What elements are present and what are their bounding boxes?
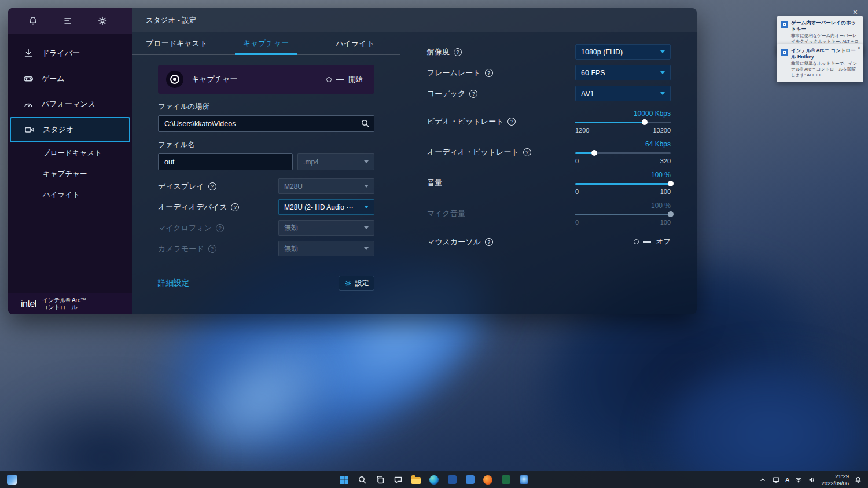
resolution-select[interactable]: 1080p (FHD) <box>575 44 671 60</box>
help-icon[interactable]: ? <box>523 148 531 156</box>
frame-rate-select[interactable]: 60 FPS <box>575 65 671 80</box>
help-icon[interactable]: ? <box>454 48 462 56</box>
close-icon[interactable]: × <box>858 45 860 51</box>
taskbar-time: 21:29 <box>821 473 849 479</box>
slider-min: 1200 <box>575 127 589 134</box>
codec-select[interactable]: AV1 <box>575 86 671 101</box>
app-icon <box>466 475 475 484</box>
edge-button[interactable] <box>428 474 440 486</box>
file-name-wrap: .mp4 <box>158 153 374 170</box>
settings-button[interactable]: 設定 <box>339 276 374 291</box>
display-select[interactable]: M28U <box>278 178 374 194</box>
sidebar-item-drivers[interactable]: ドライバー <box>8 41 132 66</box>
video-bitrate-row: ビデオ・ビットレート ? 10000 Kbps 1200 13200 <box>427 109 671 134</box>
mouse-cursor-toggle[interactable]: オフ <box>634 237 671 247</box>
notification-toast[interactable]: × インテル® Arc™ コントロール Hotkey 非常に簡単なホットキーで、… <box>777 44 863 82</box>
file-explorer-button[interactable] <box>410 474 422 486</box>
ime-indicator[interactable]: A <box>785 476 789 483</box>
slider-max: 100 <box>660 219 671 226</box>
arc-app-icon <box>781 49 788 56</box>
close-icon[interactable]: × <box>853 8 858 17</box>
camera-mode-select[interactable]: 無効 <box>278 241 374 256</box>
help-icon[interactable]: ? <box>208 245 216 253</box>
help-icon[interactable]: ? <box>216 224 224 232</box>
pinned-app-button[interactable] <box>464 474 476 486</box>
start-button[interactable] <box>338 474 351 486</box>
taskbar: A 21:29 2022/09/06 <box>0 471 868 488</box>
tab-highlight[interactable]: ハイライト <box>311 32 400 54</box>
display-icon[interactable] <box>772 476 780 484</box>
capture-button-label: キャプチャー <box>192 74 238 85</box>
file-location-label: ファイルの場所 <box>158 102 374 112</box>
search-icon[interactable] <box>361 119 370 128</box>
audio-bitrate-slider[interactable] <box>575 149 671 156</box>
slider-thumb[interactable] <box>668 181 674 186</box>
audio-device-select[interactable]: M28U (2- HD Audio ⋯ <box>278 199 374 215</box>
volume-icon[interactable] <box>808 476 816 484</box>
arc-control-window: ドライバー ゲーム パフォーマンス <box>8 8 697 314</box>
taskbar-date: 2022/09/06 <box>821 480 849 486</box>
toggle-off-icon <box>326 77 332 82</box>
help-icon[interactable]: ? <box>485 238 493 246</box>
start-toggle-label: 開始 <box>348 75 363 85</box>
help-icon[interactable]: ? <box>507 118 516 126</box>
display-label: ディスプレイ <box>158 181 204 192</box>
capture-start-toggle[interactable]: 開始 <box>326 75 363 85</box>
brand-text: インテル® Arc™ コントロール <box>42 297 86 311</box>
help-icon[interactable]: ? <box>231 203 239 211</box>
pinned-app-button[interactable] <box>446 474 458 486</box>
taskbar-clock[interactable]: 21:29 2022/09/06 <box>821 473 849 486</box>
sidebar-subitem-highlight[interactable]: ハイライト <box>8 184 132 205</box>
slider-thumb[interactable] <box>591 150 597 156</box>
notification-bell-icon[interactable] <box>854 476 862 484</box>
sidebar-item-games[interactable]: ゲーム <box>8 66 132 91</box>
pinned-app-button[interactable] <box>499 474 512 486</box>
sidebar-nav: ドライバー ゲーム パフォーマンス <box>8 34 132 293</box>
volume-slider[interactable] <box>575 180 671 187</box>
search-button[interactable] <box>356 474 369 486</box>
mouse-cursor-toggle-label: オフ <box>656 237 671 247</box>
microphone-value: 無効 <box>284 223 298 233</box>
help-icon[interactable]: ? <box>485 69 493 77</box>
file-extension-select[interactable]: .mp4 <box>297 153 374 170</box>
tab-label: ブロードキャスト <box>146 38 207 49</box>
chevron-down-icon <box>660 71 665 74</box>
advanced-settings-link[interactable]: 詳細設定 <box>158 278 189 288</box>
slider-thumb[interactable] <box>642 119 648 125</box>
sidebar-item-studio[interactable]: スタジオ <box>10 117 130 142</box>
folder-icon <box>411 477 421 484</box>
chat-button[interactable] <box>392 474 404 486</box>
sidebar-item-performance[interactable]: パフォーマンス <box>8 91 132 117</box>
video-bitrate-slider[interactable] <box>575 119 671 126</box>
widgets-icon[interactable] <box>7 475 17 485</box>
task-view-button[interactable] <box>374 474 387 486</box>
video-bitrate-value: 10000 Kbps <box>575 109 671 119</box>
chevron-up-icon[interactable] <box>759 476 767 484</box>
photos-button[interactable] <box>517 474 530 486</box>
frame-rate-value: 60 FPS <box>581 69 605 77</box>
file-location-input[interactable] <box>158 115 374 132</box>
network-icon[interactable] <box>795 476 803 484</box>
file-name-input[interactable] <box>158 153 293 170</box>
notifications-bell-icon[interactable] <box>28 16 38 26</box>
tab-broadcast[interactable]: ブロードキャスト <box>132 32 221 54</box>
pinned-app-button[interactable] <box>481 474 494 486</box>
slider-min: 0 <box>575 188 579 195</box>
help-icon[interactable]: ? <box>469 90 477 98</box>
chevron-down-icon <box>364 185 369 188</box>
gear-icon <box>344 280 352 287</box>
help-icon[interactable]: ? <box>208 182 216 190</box>
video-bitrate-slider-block: 10000 Kbps 1200 13200 <box>575 109 671 134</box>
volume-value: 100 % <box>575 171 671 180</box>
sidebar-subitem-capture[interactable]: キャプチャー <box>8 163 132 184</box>
display-value: M28U <box>284 182 303 190</box>
gear-icon[interactable] <box>97 16 108 26</box>
volume-row: 音量 100 % 0 100 <box>427 171 671 195</box>
capture-button[interactable]: キャプチャー 開始 <box>158 65 374 94</box>
sidebar-subitem-broadcast[interactable]: ブロードキャスト <box>8 142 132 163</box>
resolution-label: 解像度 <box>427 47 450 57</box>
taskbar-center <box>338 474 530 486</box>
tab-capture[interactable]: キャプチャー <box>221 32 310 54</box>
microphone-select[interactable]: 無効 <box>278 220 374 236</box>
menu-icon[interactable] <box>62 16 73 26</box>
